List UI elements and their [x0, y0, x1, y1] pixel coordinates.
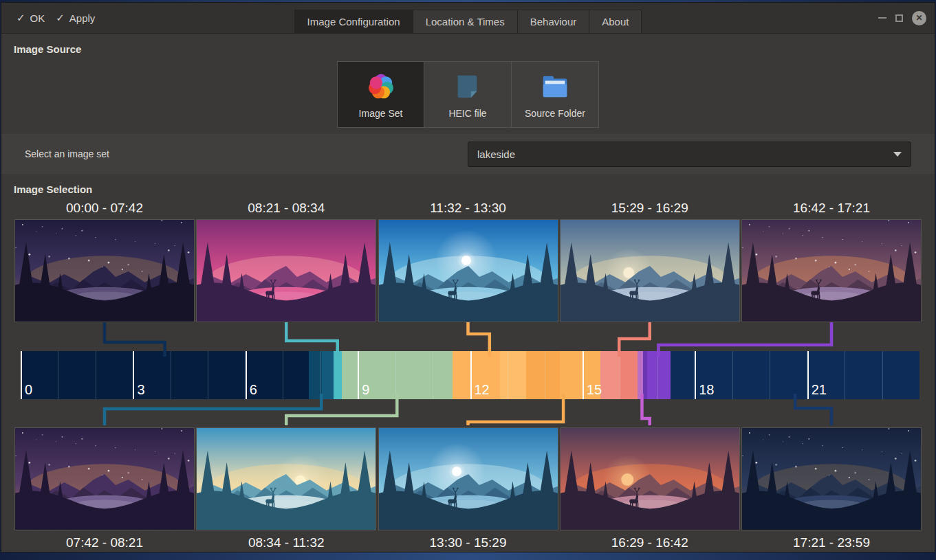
hour-gridline — [395, 351, 396, 399]
wallpaper-thumbnail-art — [197, 428, 376, 530]
timeline-segment — [334, 351, 342, 399]
timeline-segment — [638, 351, 643, 399]
connector-line — [286, 322, 337, 357]
select-image-set-label: Select an image set — [25, 148, 109, 159]
chevron-down-icon — [893, 152, 902, 157]
close-icon[interactable]: ✕ — [912, 11, 926, 25]
connector-line — [658, 322, 831, 357]
timeline-segment — [526, 351, 560, 399]
check-icon: ✓ — [56, 12, 65, 24]
time-range-label: 16:42 - 17:21 — [741, 199, 922, 217]
connector-line — [619, 322, 650, 357]
wallpaper-thumbnail[interactable] — [378, 427, 558, 530]
hour-tick — [133, 351, 134, 399]
connector-line — [468, 394, 564, 425]
check-icon: ✓ — [17, 12, 25, 24]
maximize-icon[interactable] — [895, 14, 903, 22]
hour-gridline — [882, 351, 883, 399]
hour-gridline — [657, 351, 658, 399]
timeline-segment — [620, 351, 638, 399]
hour-gridline — [545, 351, 545, 399]
tab-behaviour[interactable]: Behaviour — [518, 10, 590, 33]
heic-file-button-label: HEIC file — [448, 108, 486, 119]
wallpaper-thumbnail[interactable] — [741, 219, 922, 322]
time-range-label: 07:42 - 08:21 — [14, 534, 195, 552]
connector-line — [105, 394, 321, 425]
source-folder-button[interactable]: Source Folder — [512, 61, 599, 128]
hour-gridline — [620, 351, 620, 399]
hour-gridline — [96, 351, 96, 399]
hour-tick — [807, 351, 809, 399]
tab-bar: Image Configuration Location & Times Beh… — [294, 10, 642, 33]
minimize-icon[interactable] — [878, 17, 886, 19]
hour-tick — [695, 351, 696, 399]
wallpaper-thumbnail[interactable] — [560, 427, 740, 530]
hour-tick — [358, 351, 359, 399]
titlebar: ✓ OK ✓ Apply Image Configuration Locatio… — [1, 3, 935, 34]
hour-tick — [470, 351, 472, 399]
source-folder-icon — [539, 71, 571, 102]
tab-location-times[interactable]: Location & Times — [413, 10, 518, 33]
apply-button[interactable]: ✓ Apply — [56, 12, 95, 24]
image-set-select-row: Select an image set lakeside — [1, 134, 935, 174]
wallpaper-thumbnail-art — [379, 428, 558, 530]
time-range-label: 08:21 - 08:34 — [196, 199, 376, 217]
hour-gridline — [283, 351, 283, 399]
wallpaper-thumbnail-art — [379, 220, 558, 322]
hour-gridline — [770, 351, 770, 399]
time-range-label: 08:34 - 11:32 — [196, 534, 376, 552]
time-range-label: 16:29 - 16:42 — [560, 534, 740, 552]
image-set-button-label: Image Set — [359, 108, 403, 119]
image-source-header: Image Source — [14, 43, 935, 56]
wallpaper-thumbnail-art — [197, 220, 376, 322]
image-selection-header: Image Selection — [14, 183, 935, 196]
top-time-labels: 00:00 - 07:4208:21 - 08:3411:32 - 13:301… — [1, 199, 935, 217]
timeline-connectors-bottom — [1, 394, 935, 425]
bottom-thumbnails-row — [1, 427, 935, 530]
timeline-segment — [500, 351, 526, 399]
hour-gridline — [732, 351, 733, 399]
timeline-segment — [322, 351, 333, 399]
bottom-time-labels: 07:42 - 08:2108:34 - 11:3213:30 - 15:291… — [1, 534, 935, 552]
wallpaper-thumbnail-art — [560, 220, 739, 322]
wallpaper-thumbnail-art — [15, 428, 194, 530]
wallpaper-thumbnail[interactable] — [741, 427, 922, 530]
ok-button-label: OK — [30, 12, 45, 24]
window-controls: ✕ — [878, 11, 935, 25]
source-folder-button-label: Source Folder — [525, 108, 585, 119]
wallpaper-thumbnail-art — [742, 428, 921, 530]
wallpaper-thumbnail[interactable] — [14, 219, 195, 322]
heic-file-button[interactable]: HEIC file — [424, 61, 512, 128]
wallpaper-thumbnail[interactable] — [196, 219, 376, 322]
hour-gridline — [320, 351, 321, 399]
timeline-segment — [600, 351, 620, 399]
timeline-segment — [647, 351, 671, 399]
timeline-bar: 036912151821 — [21, 351, 919, 399]
hour-gridline — [845, 351, 845, 399]
image-set-dropdown-value: lakeside — [477, 148, 515, 160]
tab-image-configuration[interactable]: Image Configuration — [294, 10, 413, 33]
heic-file-icon — [452, 71, 483, 102]
app-window: ✓ OK ✓ Apply Image Configuration Locatio… — [1, 3, 935, 552]
wallpaper-thumbnail[interactable] — [378, 219, 558, 322]
time-range-label: 13:30 - 15:29 — [378, 534, 558, 552]
time-range-label: 00:00 - 07:42 — [14, 199, 195, 217]
wallpaper-thumbnail[interactable] — [196, 427, 376, 530]
connector-line — [105, 322, 165, 357]
wallpaper-thumbnail[interactable] — [560, 219, 740, 322]
connector-line — [795, 394, 831, 425]
ok-button[interactable]: ✓ OK — [17, 12, 45, 24]
hour-gridline — [58, 351, 58, 399]
wallpaper-thumbnail-art — [560, 428, 739, 530]
hour-gridline — [508, 351, 508, 399]
wallpaper-thumbnail[interactable] — [14, 427, 195, 530]
hour-gridline — [433, 351, 433, 399]
time-range-label: 11:32 - 13:30 — [378, 199, 558, 217]
wallpaper-thumbnail-art — [15, 220, 194, 322]
timeline-connectors-top — [1, 322, 935, 357]
image-set-button[interactable]: Image Set — [337, 61, 424, 128]
image-set-icon — [365, 71, 397, 102]
image-set-dropdown[interactable]: lakeside — [468, 142, 911, 167]
connector-line — [468, 322, 490, 357]
tab-about[interactable]: About — [589, 10, 642, 33]
